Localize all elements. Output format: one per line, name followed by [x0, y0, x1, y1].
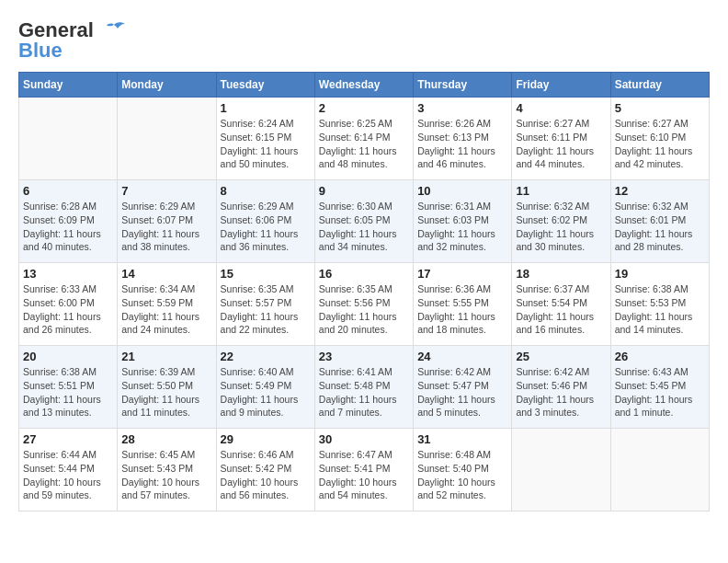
day-number: 31: [417, 432, 507, 446]
day-info: Sunrise: 6:44 AMSunset: 5:44 PMDaylight:…: [23, 448, 113, 502]
day-of-week-header: Friday: [512, 73, 610, 98]
day-info: Sunrise: 6:42 AMSunset: 5:47 PMDaylight:…: [417, 365, 507, 419]
day-number: 2: [319, 101, 409, 115]
calendar-cell: 13Sunrise: 6:33 AMSunset: 6:00 PMDayligh…: [19, 263, 118, 346]
calendar-cell: 16Sunrise: 6:35 AMSunset: 5:56 PMDayligh…: [314, 263, 413, 346]
calendar-week-row: 13Sunrise: 6:33 AMSunset: 6:00 PMDayligh…: [19, 263, 710, 346]
day-number: 28: [121, 432, 211, 446]
day-number: 11: [516, 184, 606, 198]
day-number: 22: [221, 350, 311, 363]
day-of-week-header: Thursday: [414, 73, 512, 98]
day-info: Sunrise: 6:45 AMSunset: 5:43 PMDaylight:…: [121, 448, 211, 502]
day-info: Sunrise: 6:43 AMSunset: 5:45 PMDaylight:…: [615, 365, 705, 419]
day-number: 17: [417, 267, 507, 281]
logo-bird-icon: [101, 21, 127, 41]
calendar-cell: 28Sunrise: 6:45 AMSunset: 5:43 PMDayligh…: [118, 429, 216, 511]
calendar-cell: 23Sunrise: 6:41 AMSunset: 5:48 PMDayligh…: [314, 346, 413, 429]
calendar-cell: 1Sunrise: 6:24 AMSunset: 6:15 PMDaylight…: [216, 98, 314, 180]
calendar-cell: 2Sunrise: 6:25 AMSunset: 6:14 PMDaylight…: [314, 98, 413, 180]
day-info: Sunrise: 6:38 AMSunset: 5:51 PMDaylight:…: [23, 365, 113, 419]
day-info: Sunrise: 6:25 AMSunset: 6:14 PMDaylight:…: [319, 117, 409, 171]
day-of-week-header: Monday: [118, 73, 216, 98]
day-info: Sunrise: 6:34 AMSunset: 5:59 PMDaylight:…: [121, 282, 211, 337]
day-of-week-header: Saturday: [610, 73, 709, 98]
day-number: 7: [121, 184, 211, 198]
day-number: 1: [221, 101, 311, 115]
calendar-cell: 25Sunrise: 6:42 AMSunset: 5:46 PMDayligh…: [512, 346, 610, 429]
calendar-cell: [610, 429, 709, 511]
day-info: Sunrise: 6:26 AMSunset: 6:13 PMDaylight:…: [417, 117, 507, 171]
day-info: Sunrise: 6:27 AMSunset: 6:10 PMDaylight:…: [615, 117, 705, 171]
calendar-cell: 18Sunrise: 6:37 AMSunset: 5:54 PMDayligh…: [512, 263, 610, 346]
day-number: 8: [221, 184, 311, 198]
calendar-cell: 7Sunrise: 6:29 AMSunset: 6:07 PMDaylight…: [118, 180, 216, 263]
day-info: Sunrise: 6:48 AMSunset: 5:40 PMDaylight:…: [417, 448, 507, 502]
day-number: 19: [615, 267, 705, 281]
day-info: Sunrise: 6:24 AMSunset: 6:15 PMDaylight:…: [221, 117, 311, 171]
day-number: 4: [516, 101, 606, 115]
calendar-cell: 4Sunrise: 6:27 AMSunset: 6:11 PMDaylight…: [512, 98, 610, 180]
calendar-cell: 26Sunrise: 6:43 AMSunset: 5:45 PMDayligh…: [610, 346, 709, 429]
calendar-cell: 10Sunrise: 6:31 AMSunset: 6:03 PMDayligh…: [414, 180, 512, 263]
day-number: 9: [319, 184, 409, 198]
calendar-cell: [512, 429, 610, 511]
day-info: Sunrise: 6:29 AMSunset: 6:07 PMDaylight:…: [121, 200, 211, 254]
calendar-cell: 29Sunrise: 6:46 AMSunset: 5:42 PMDayligh…: [216, 429, 314, 511]
calendar-cell: 22Sunrise: 6:40 AMSunset: 5:49 PMDayligh…: [216, 346, 314, 429]
day-info: Sunrise: 6:38 AMSunset: 5:53 PMDaylight:…: [615, 282, 705, 337]
day-number: 3: [417, 101, 507, 115]
day-info: Sunrise: 6:39 AMSunset: 5:50 PMDaylight:…: [121, 365, 211, 419]
calendar-cell: 19Sunrise: 6:38 AMSunset: 5:53 PMDayligh…: [610, 263, 709, 346]
day-number: 5: [615, 101, 705, 115]
calendar-cell: 14Sunrise: 6:34 AMSunset: 5:59 PMDayligh…: [118, 263, 216, 346]
day-number: 13: [23, 267, 113, 281]
day-info: Sunrise: 6:32 AMSunset: 6:01 PMDaylight:…: [615, 200, 705, 254]
day-number: 25: [516, 350, 606, 363]
calendar-week-row: 1Sunrise: 6:24 AMSunset: 6:15 PMDaylight…: [19, 98, 710, 180]
day-number: 10: [417, 184, 507, 198]
day-number: 12: [615, 184, 705, 198]
calendar-cell: 21Sunrise: 6:39 AMSunset: 5:50 PMDayligh…: [118, 346, 216, 429]
calendar-cell: 15Sunrise: 6:35 AMSunset: 5:57 PMDayligh…: [216, 263, 314, 346]
calendar-cell: 9Sunrise: 6:30 AMSunset: 6:05 PMDaylight…: [314, 180, 413, 263]
day-of-week-header: Wednesday: [314, 73, 413, 98]
calendar-body: 1Sunrise: 6:24 AMSunset: 6:15 PMDaylight…: [19, 98, 710, 511]
day-number: 23: [319, 350, 409, 363]
day-info: Sunrise: 6:32 AMSunset: 6:02 PMDaylight:…: [516, 200, 606, 254]
calendar-cell: 3Sunrise: 6:26 AMSunset: 6:13 PMDaylight…: [414, 98, 512, 180]
calendar-cell: [118, 98, 216, 180]
calendar-cell: 5Sunrise: 6:27 AMSunset: 6:10 PMDaylight…: [610, 98, 709, 180]
calendar-cell: 30Sunrise: 6:47 AMSunset: 5:41 PMDayligh…: [314, 429, 413, 511]
day-number: 26: [615, 350, 705, 363]
calendar-table: SundayMondayTuesdayWednesdayThursdayFrid…: [18, 72, 710, 511]
day-number: 20: [23, 350, 113, 363]
calendar-cell: 31Sunrise: 6:48 AMSunset: 5:40 PMDayligh…: [414, 429, 512, 511]
day-info: Sunrise: 6:33 AMSunset: 6:00 PMDaylight:…: [23, 282, 113, 337]
day-of-week-header: Sunday: [19, 73, 118, 98]
day-number: 16: [319, 267, 409, 281]
day-info: Sunrise: 6:35 AMSunset: 5:56 PMDaylight:…: [319, 282, 409, 337]
day-of-week-header: Tuesday: [216, 73, 314, 98]
day-number: 18: [516, 267, 606, 281]
day-info: Sunrise: 6:35 AMSunset: 5:57 PMDaylight:…: [221, 282, 311, 337]
day-number: 27: [23, 432, 113, 446]
calendar-week-row: 20Sunrise: 6:38 AMSunset: 5:51 PMDayligh…: [19, 346, 710, 429]
day-info: Sunrise: 6:47 AMSunset: 5:41 PMDaylight:…: [319, 448, 409, 502]
day-info: Sunrise: 6:41 AMSunset: 5:48 PMDaylight:…: [319, 365, 409, 419]
calendar-cell: 6Sunrise: 6:28 AMSunset: 6:09 PMDaylight…: [19, 180, 118, 263]
day-number: 6: [23, 184, 113, 198]
logo-blue-text: Blue: [18, 39, 63, 63]
logo: General Blue: [18, 18, 127, 63]
day-info: Sunrise: 6:31 AMSunset: 6:03 PMDaylight:…: [417, 200, 507, 254]
day-number: 14: [121, 267, 211, 281]
day-info: Sunrise: 6:27 AMSunset: 6:11 PMDaylight:…: [516, 117, 606, 171]
calendar-cell: 11Sunrise: 6:32 AMSunset: 6:02 PMDayligh…: [512, 180, 610, 263]
day-info: Sunrise: 6:42 AMSunset: 5:46 PMDaylight:…: [516, 365, 606, 419]
calendar-cell: 20Sunrise: 6:38 AMSunset: 5:51 PMDayligh…: [19, 346, 118, 429]
day-info: Sunrise: 6:46 AMSunset: 5:42 PMDaylight:…: [221, 448, 311, 502]
calendar-cell: 27Sunrise: 6:44 AMSunset: 5:44 PMDayligh…: [19, 429, 118, 511]
calendar-week-row: 6Sunrise: 6:28 AMSunset: 6:09 PMDaylight…: [19, 180, 710, 263]
calendar-week-row: 27Sunrise: 6:44 AMSunset: 5:44 PMDayligh…: [19, 429, 710, 511]
calendar-cell: 24Sunrise: 6:42 AMSunset: 5:47 PMDayligh…: [414, 346, 512, 429]
day-number: 29: [221, 432, 311, 446]
